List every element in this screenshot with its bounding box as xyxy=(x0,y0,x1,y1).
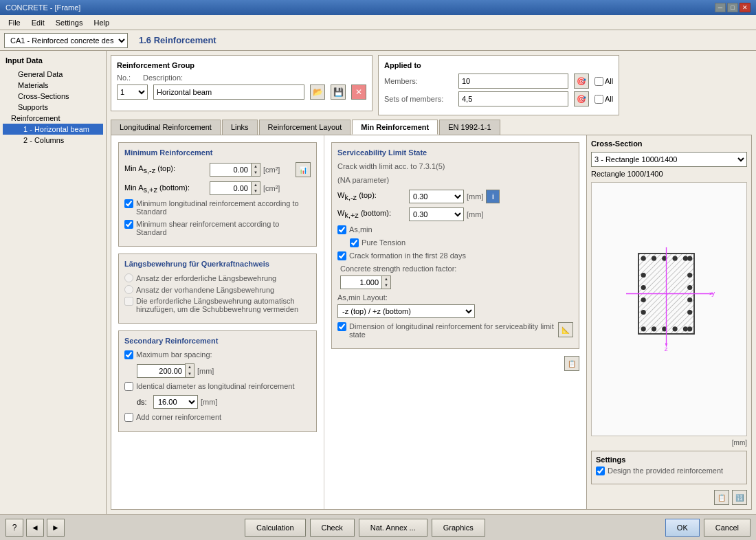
bottom-bar: ? ◄ ► Calculation Check Nat. Annex ... G… xyxy=(0,514,756,540)
add-corner-checkbox[interactable] xyxy=(124,413,133,422)
check1-checkbox[interactable] xyxy=(124,199,133,208)
rg-no-select[interactable]: 1 xyxy=(117,85,148,100)
rg-desc-input[interactable] xyxy=(153,85,304,100)
check-button[interactable]: Check xyxy=(310,519,355,537)
tab-longitudinal[interactable]: Longitudinal Reinforcement xyxy=(111,120,221,135)
concrete-strength-input[interactable] xyxy=(340,275,381,289)
sidebar-item-columns[interactable]: 2 - Columns xyxy=(3,135,103,146)
rg-icon-open[interactable]: 📂 xyxy=(310,85,325,100)
at-sets-icon[interactable]: 🎯 xyxy=(574,91,589,106)
sidebar-item-cross-sections[interactable]: Cross-Sections xyxy=(3,91,103,102)
concrete-strength-spinner[interactable]: ▲ ▼ xyxy=(381,275,391,289)
dimension-checkbox[interactable] xyxy=(337,322,346,331)
min-as-bottom-down[interactable]: ▼ xyxy=(252,188,260,194)
ds-select[interactable]: 16.00 xyxy=(153,395,198,409)
sidebar-item-horizontal-beam[interactable]: 1 - Horizontal beam xyxy=(3,124,103,135)
ok-button[interactable]: OK xyxy=(665,519,700,537)
min-reinforcement-title: Minimum Reinforcement xyxy=(124,148,311,157)
min-as-bottom-spinner[interactable]: ▲ ▼ xyxy=(251,181,260,195)
min-as-bottom-input[interactable] xyxy=(210,181,251,195)
min-as-top-input[interactable] xyxy=(210,163,251,177)
maximize-button[interactable]: □ xyxy=(727,3,738,12)
crack-28-checkbox[interactable] xyxy=(337,251,346,260)
close-button[interactable]: ✕ xyxy=(740,3,751,12)
max-bar-checkbox[interactable] xyxy=(124,350,133,359)
tab-content: Minimum Reinforcement Min As,-z (top): ▲… xyxy=(111,135,752,510)
svg-point-7 xyxy=(687,256,692,261)
menu-file[interactable]: File xyxy=(3,17,26,28)
minimize-button[interactable]: ─ xyxy=(715,3,726,12)
concrete-strength-row: ▲ ▼ xyxy=(340,275,573,289)
cs-icon2[interactable]: 🔢 xyxy=(732,490,747,505)
wk-top-select[interactable]: 0.30 xyxy=(409,190,464,203)
cancel-button[interactable]: Cancel xyxy=(704,519,751,537)
identical-dia-checkbox[interactable] xyxy=(124,382,133,391)
min-as-top-down[interactable]: ▼ xyxy=(252,170,260,176)
help-button[interactable]: ? xyxy=(5,519,23,537)
bar-spacing-input[interactable] xyxy=(137,364,185,378)
rg-icon-delete[interactable]: ✕ xyxy=(351,85,366,100)
section-title: 1.6 Reinforcement xyxy=(139,35,216,45)
bar-spacing-down[interactable]: ▼ xyxy=(186,371,194,377)
crack-width-label: Crack width limit acc. to 7.3.1(5) xyxy=(337,162,573,170)
as-min-layout-select[interactable]: -z (top) / +z (bottom) xyxy=(337,304,475,318)
menu-help[interactable]: Help xyxy=(88,17,115,28)
pure-tension-checkbox[interactable] xyxy=(350,238,359,247)
lbw-checkbox[interactable] xyxy=(124,297,133,306)
bottom-right-buttons: OK Cancel xyxy=(665,519,751,537)
tab-links[interactable]: Links xyxy=(222,120,258,135)
wk-bottom-select[interactable]: 0.30 xyxy=(409,207,464,221)
at-members-label: Members: xyxy=(384,77,453,85)
check2-checkbox[interactable] xyxy=(124,220,133,229)
nat-annex-button[interactable]: Nat. Annex ... xyxy=(359,519,427,537)
concrete-strength-label: Concrete strength reduction factor: xyxy=(340,265,573,273)
min-reinforcement-box: Minimum Reinforcement Min As,-z (top): ▲… xyxy=(118,142,317,247)
ca-select[interactable]: CA1 - Reinforced concrete desi xyxy=(4,33,128,48)
dimension-icon[interactable]: 📐 xyxy=(558,322,573,337)
right-panel-icon[interactable]: 📋 xyxy=(564,356,579,371)
check1-label: Minimum longitudinal reinforcement accor… xyxy=(136,199,311,216)
check1-row: Minimum longitudinal reinforcement accor… xyxy=(124,199,311,216)
at-members-icon[interactable]: 🎯 xyxy=(574,74,589,89)
rg-icon-save[interactable]: 💾 xyxy=(331,85,346,100)
sidebar-item-supports[interactable]: Supports xyxy=(3,102,103,113)
tab-min-reinforcement[interactable]: Min Reinforcement xyxy=(352,120,438,135)
at-sets-input[interactable] xyxy=(458,91,568,106)
add-corner-label: Add corner reinforcement xyxy=(136,413,311,421)
next-button[interactable]: ► xyxy=(47,519,65,537)
min-as-top-input-group: ▲ ▼ xyxy=(210,163,260,177)
min-as-top-spinner[interactable]: ▲ ▼ xyxy=(251,163,260,177)
radio2[interactable] xyxy=(124,285,133,294)
cs-name: Rectangle 1000/1400 xyxy=(591,170,747,178)
bar-spacing-spinner[interactable]: ▲ ▼ xyxy=(185,363,194,377)
at-members-all-check[interactable] xyxy=(594,77,603,86)
tab-layout[interactable]: Reinforcement Layout xyxy=(259,120,351,135)
at-members-input[interactable] xyxy=(458,74,568,89)
at-header: Applied to xyxy=(384,61,613,69)
menu-settings[interactable]: Settings xyxy=(50,17,89,28)
min-as-bottom-up[interactable]: ▲ xyxy=(252,182,260,188)
cs-icon1[interactable]: 📋 xyxy=(714,490,729,505)
tab-en[interactable]: EN 1992-1-1 xyxy=(439,120,500,135)
sidebar-item-reinforcement[interactable]: Reinforcement xyxy=(3,113,103,124)
prev-button[interactable]: ◄ xyxy=(26,519,44,537)
menu-edit[interactable]: Edit xyxy=(26,17,50,28)
min-as-top-icon[interactable]: 📊 xyxy=(296,162,311,177)
bar-spacing-up[interactable]: ▲ xyxy=(186,364,194,370)
graphics-button[interactable]: Graphics xyxy=(432,519,485,537)
check2-row: Minimum shear reinforcement according to… xyxy=(124,220,311,236)
calculation-button[interactable]: Calculation xyxy=(245,519,305,537)
radio1[interactable] xyxy=(124,273,133,282)
sidebar-item-general-data[interactable]: General Data xyxy=(3,69,103,80)
concrete-strength-up[interactable]: ▲ xyxy=(382,276,390,282)
at-sets-row: Sets of members: 🎯 All xyxy=(384,91,613,106)
as-min-checkbox[interactable] xyxy=(337,225,346,234)
at-sets-all-check[interactable] xyxy=(594,95,603,104)
info-button[interactable]: i xyxy=(486,190,500,203)
sidebar-item-materials[interactable]: Materials xyxy=(3,80,103,91)
right-panel: Serviceability Limit State Crack width l… xyxy=(324,135,586,509)
cs-select[interactable]: 3 - Rectangle 1000/1400 xyxy=(591,152,747,167)
min-as-top-up[interactable]: ▲ xyxy=(252,164,260,170)
design-checkbox[interactable] xyxy=(596,466,605,475)
concrete-strength-down[interactable]: ▼ xyxy=(382,282,390,289)
